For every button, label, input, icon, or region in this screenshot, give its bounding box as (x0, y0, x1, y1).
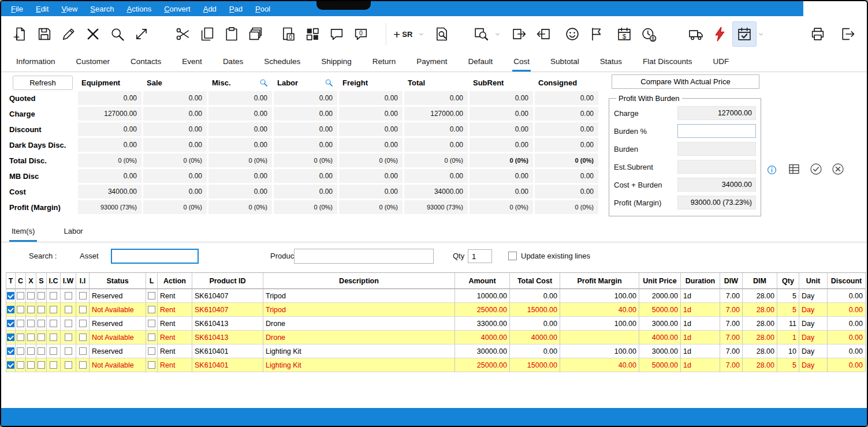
delete-button[interactable] (81, 21, 105, 47)
menu-view[interactable]: View (55, 5, 84, 13)
detail-tab-item-s[interactable]: Item(s) (9, 221, 37, 242)
column-header-total-cost[interactable]: Total Cost (510, 273, 560, 289)
checkbox-t[interactable] (7, 306, 14, 313)
tab-return[interactable]: Return (371, 52, 397, 72)
qty-input[interactable] (468, 249, 492, 263)
cut-button[interactable] (171, 21, 195, 47)
menu-edit[interactable]: Edit (29, 5, 55, 13)
cell-checkbox-l[interactable] (146, 303, 158, 317)
cell-checkbox-i-c[interactable] (47, 331, 61, 344)
checkbox-l[interactable] (148, 334, 155, 341)
column-header-dim[interactable]: DIM (743, 273, 777, 289)
checkbox-l[interactable] (148, 347, 155, 355)
cell-checkbox-i-w[interactable] (61, 317, 76, 331)
cell-checkbox-i-i[interactable] (76, 289, 90, 303)
blocks-button[interactable] (300, 21, 325, 47)
tab-customer[interactable]: Customer (75, 52, 111, 72)
checkbox-x[interactable] (27, 361, 35, 369)
cell-checkbox-l[interactable] (146, 358, 158, 372)
search-icon[interactable] (259, 78, 269, 88)
cell-checkbox-l[interactable] (146, 344, 158, 358)
search-alternate-button[interactable] (469, 21, 493, 47)
dropdown-caret-icon[interactable] (757, 21, 765, 47)
checkbox-i-i[interactable] (79, 347, 87, 355)
column-header-l[interactable]: L (146, 273, 158, 289)
flag-button[interactable] (584, 21, 609, 47)
item-row[interactable]: Not AvailableRentSK610401Lighting Kit250… (6, 358, 866, 372)
search-button[interactable] (105, 21, 129, 47)
checkbox-i-w[interactable] (65, 306, 72, 313)
cell-checkbox-s[interactable] (36, 317, 47, 331)
product-input[interactable] (294, 249, 434, 264)
menu-actions[interactable]: Actions (121, 5, 158, 13)
column-header-duration[interactable]: Duration (681, 273, 720, 289)
item-row[interactable]: ReservedRentSK610401Lighting Kit30000.00… (6, 344, 866, 358)
cell-checkbox-s[interactable] (36, 344, 47, 358)
burden-field-value[interactable]: 34000.00 (677, 178, 756, 192)
column-header-x[interactable]: X (26, 273, 36, 289)
checkbox-s[interactable] (38, 334, 45, 341)
cell-checkbox-t[interactable] (6, 303, 16, 317)
cell-checkbox-i-w[interactable] (61, 289, 76, 303)
checkbox-c[interactable] (17, 334, 24, 341)
cell-checkbox-c[interactable] (16, 303, 26, 317)
checkbox-i-c[interactable] (50, 347, 57, 355)
tab-schedules[interactable]: Schedules (263, 52, 301, 72)
checkbox-i-c[interactable] (50, 320, 57, 327)
menu-search[interactable]: Search (84, 5, 120, 13)
cell-checkbox-i-c[interactable] (47, 289, 61, 303)
checkbox-t[interactable] (7, 334, 14, 341)
tab-event[interactable]: Event (181, 52, 203, 72)
checkbox-x[interactable] (27, 292, 35, 299)
item-row[interactable]: ReservedRentSK610413Drone33000.000.00100… (6, 317, 866, 331)
update-existing-lines-checkbox[interactable] (508, 252, 517, 260)
column-header-unit-price[interactable]: Unit Price (639, 273, 681, 289)
cell-checkbox-x[interactable] (26, 331, 36, 344)
checkbox-c[interactable] (17, 361, 24, 369)
cell-checkbox-x[interactable] (26, 358, 36, 372)
exit-button[interactable] (836, 21, 860, 47)
tab-default[interactable]: Default (467, 52, 494, 72)
checkbox-i-i[interactable] (79, 292, 87, 299)
transfer-out-button[interactable] (507, 21, 531, 47)
tab-payment[interactable]: Payment (415, 52, 448, 72)
cell-checkbox-c[interactable] (16, 344, 26, 358)
tab-status[interactable]: Status (599, 52, 623, 72)
cell-checkbox-i-w[interactable] (61, 358, 76, 372)
item-row[interactable]: Not AvailableRentSK610413Drone4000.00400… (6, 331, 866, 344)
truck-button[interactable] (684, 21, 708, 47)
confirm-icon[interactable] (809, 162, 823, 178)
checkbox-s[interactable] (38, 361, 45, 369)
note-button[interactable] (325, 21, 349, 47)
adjust-table-icon[interactable] (787, 162, 801, 178)
menu-file[interactable]: File (5, 5, 29, 13)
checkbox-i-i[interactable] (79, 306, 87, 313)
column-header-diw[interactable]: DIW (720, 273, 743, 289)
checkbox-x[interactable] (27, 306, 35, 313)
expand-button[interactable] (129, 21, 154, 47)
layers-button[interactable] (244, 21, 268, 47)
cell-checkbox-s[interactable] (36, 303, 47, 317)
info-icon[interactable] (766, 164, 777, 178)
checkbox-s[interactable] (38, 292, 45, 299)
burden-field-value[interactable] (677, 160, 756, 174)
checkbox-s[interactable] (38, 320, 45, 327)
column-header-i-c[interactable]: I.C (47, 273, 61, 289)
checkbox-l[interactable] (148, 361, 155, 369)
checkbox-i-w[interactable] (65, 347, 72, 355)
column-header-product-id[interactable]: Product ID (192, 273, 263, 289)
checkbox-x[interactable] (27, 334, 35, 341)
column-header-discount[interactable]: Discount (828, 273, 866, 289)
tab-cost[interactable]: Cost (512, 52, 531, 72)
cell-checkbox-i-i[interactable] (76, 317, 90, 331)
column-header-unit[interactable]: Unit (799, 273, 828, 289)
tab-information[interactable]: Information (15, 52, 57, 72)
column-header-i-i[interactable]: I.I (76, 273, 90, 289)
note-zero-button[interactable]: 0 (349, 21, 373, 47)
checkbox-i-c[interactable] (50, 334, 57, 341)
copy-button[interactable] (195, 21, 219, 47)
search-icon[interactable] (324, 78, 334, 88)
menu-pool[interactable]: Pool (249, 5, 277, 13)
tab-udf[interactable]: UDF (711, 52, 730, 72)
tab-contacts[interactable]: Contacts (129, 52, 162, 72)
